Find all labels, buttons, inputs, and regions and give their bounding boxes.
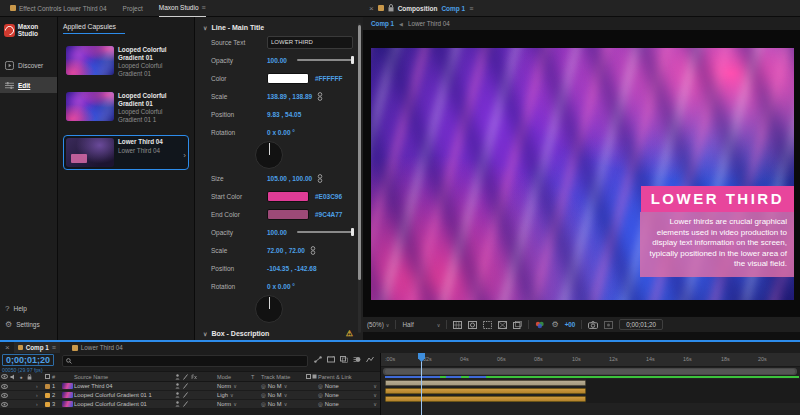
resolution-select[interactable]: Half ∨ [402, 321, 440, 328]
quality-icon[interactable] [183, 383, 188, 389]
close-icon[interactable]: × [369, 4, 374, 13]
rotation-dial[interactable] [255, 295, 283, 323]
eye-icon[interactable] [1, 374, 8, 379]
link-icon[interactable] [317, 174, 323, 183]
sidebar-item-edit[interactable]: Edit [0, 77, 57, 93]
parent-select[interactable]: ◎None∨ [318, 401, 380, 407]
position-value[interactable]: -104.35 , -142.68 [267, 265, 317, 272]
eye-icon[interactable] [1, 393, 8, 398]
pickwhip-icon[interactable]: ◎ [318, 401, 323, 407]
exposure-value[interactable]: +00 [565, 321, 576, 328]
rotation-value[interactable]: 0 x 0.00 ° [267, 283, 295, 290]
graph-editor-icon[interactable] [366, 356, 374, 363]
scale-value[interactable]: 72.00 , 72.00 [267, 247, 305, 254]
slider-thumb[interactable] [351, 228, 354, 236]
capsule-item[interactable]: Looped Colorful Gradient 01 Looped Color… [63, 89, 189, 126]
opacity-value[interactable]: 100.00 [267, 57, 287, 64]
eye-icon[interactable] [1, 402, 8, 407]
snapshot-camera-icon[interactable] [588, 321, 598, 329]
label-color[interactable] [45, 384, 50, 389]
draft-3d-icon[interactable] [327, 356, 335, 363]
panel-menu-icon[interactable]: ≡ [52, 344, 56, 351]
pickwhip-icon[interactable]: ◎ [318, 383, 323, 389]
timeline-tab-layer[interactable]: Lower Third 04 [72, 344, 123, 351]
label-color[interactable] [45, 402, 50, 407]
collapse-icon[interactable] [175, 392, 180, 398]
work-area-bar[interactable] [383, 368, 797, 375]
motion-blur-icon[interactable] [353, 356, 361, 363]
audio-icon[interactable] [10, 374, 16, 380]
layer-row[interactable]: › 2 Looped Colorful Gradient 01 1 Ligh∨ … [0, 391, 380, 400]
rotation-dial[interactable] [255, 141, 283, 169]
preserve-transparency-column[interactable]: T [251, 374, 261, 380]
sidebar-item-help[interactable]: ? Help [0, 300, 57, 316]
color-swatch[interactable] [267, 73, 309, 84]
quality-icon[interactable] [183, 401, 188, 407]
lock-icon[interactable] [388, 4, 394, 12]
source-text-input[interactable] [267, 36, 353, 49]
parent-link-column[interactable]: Parent & Link [318, 374, 380, 380]
viewer-tab-label[interactable]: Composition [398, 5, 438, 12]
opacity-value[interactable]: 100.00 [267, 229, 287, 236]
grid-guides-icon[interactable] [453, 321, 462, 329]
capsule-item[interactable]: Looped Colorful Gradient 01 Looped Color… [63, 43, 189, 80]
link-icon[interactable] [317, 92, 323, 101]
time-ruler[interactable]: :00s 02s 04s 06s 08s 10s 12s 14s 16s 18s… [381, 353, 800, 367]
solo-icon[interactable]: ● [17, 374, 25, 380]
layer-duration-bar[interactable] [385, 396, 586, 402]
opacity-slider[interactable] [297, 231, 353, 233]
chevron-right-icon[interactable]: › [36, 383, 43, 389]
scrollbar-thumb[interactable] [358, 25, 361, 280]
index-column[interactable]: # [52, 374, 61, 380]
chevron-right-icon[interactable]: › [36, 392, 43, 398]
chevron-right-icon[interactable]: › [183, 151, 186, 160]
magnification-select[interactable]: (50%) ∨ [367, 321, 389, 328]
playhead-line[interactable] [421, 353, 422, 415]
sidebar-item-settings[interactable]: ⚙ Settings [0, 316, 57, 332]
pixel-aspect-icon[interactable] [513, 321, 522, 329]
mode-select[interactable]: Ligh∨ [217, 392, 251, 398]
label-color-icon[interactable] [45, 374, 50, 379]
layer-duration-bar[interactable] [385, 388, 586, 394]
slider-thumb[interactable] [351, 56, 354, 64]
mode-select[interactable]: Norm∨ [217, 383, 251, 389]
opacity-slider[interactable] [297, 59, 353, 61]
scale-value[interactable]: 138.89 , 138.89 [267, 93, 312, 100]
breadcrumb-comp[interactable]: Comp 1 [371, 20, 394, 27]
track-matte-select[interactable]: ◎No M∨ [261, 383, 305, 389]
track-matte-select[interactable]: ◎No M∨ [261, 401, 305, 407]
show-snapshot-icon[interactable] [604, 321, 613, 329]
mask-visibility-icon[interactable] [468, 321, 477, 329]
tab-project[interactable]: Project [123, 0, 143, 16]
label-color[interactable] [45, 393, 50, 398]
transparency-grid-icon[interactable] [498, 321, 507, 329]
capsule-item-selected[interactable]: Lower Third 04 Lower Third 04 › [63, 135, 189, 170]
pickwhip-icon[interactable]: ◎ [318, 392, 323, 398]
timeline-search-input[interactable] [62, 355, 308, 367]
section-box-description[interactable]: ∨ Box - Description ⚠ [203, 327, 353, 339]
composition-flowchart-icon[interactable] [314, 356, 322, 363]
parent-select[interactable]: ◎None∨ [318, 383, 380, 389]
lock-icon[interactable] [27, 374, 32, 380]
timeline-track-area[interactable]: :00s 02s 04s 06s 08s 10s 12s 14s 16s 18s… [380, 353, 800, 415]
size-value[interactable]: 105.00 , 100.00 [267, 175, 312, 182]
link-icon[interactable] [310, 246, 316, 255]
collapse-icon[interactable] [175, 383, 180, 389]
exposure-gear-icon[interactable]: ⚙ [551, 320, 558, 329]
modes-column-icon[interactable] [312, 374, 317, 379]
layer-name[interactable]: Lower Third 04 [74, 383, 173, 389]
panel-menu-icon[interactable]: ≡ [202, 4, 206, 11]
end-color-swatch[interactable] [267, 209, 309, 220]
channel-icon[interactable] [535, 321, 545, 329]
timeline-tab-comp[interactable]: Comp 1 ≡ [14, 342, 60, 353]
layer-row[interactable]: › 1 Lower Third 04 Norm∨ ◎No M∨ ◎None∨ [0, 382, 380, 391]
layer-row[interactable]: › 3 Looped Colorful Gradient 01 Norm∨ ◎N… [0, 400, 380, 409]
rotation-value[interactable]: 0 x 0.00 ° [267, 129, 295, 136]
layer-duration-bar[interactable] [385, 380, 586, 386]
viewer-tab-comp-name[interactable]: Comp 1 [441, 5, 465, 12]
source-name-column[interactable]: Source Name [74, 374, 173, 380]
pickwhip-icon[interactable]: ◎ [261, 392, 266, 398]
section-line-main-title[interactable]: ∨ Line - Main Title [203, 21, 353, 33]
region-of-interest-icon[interactable] [483, 321, 492, 329]
current-time-display[interactable]: 0;00;01;20 [2, 354, 54, 366]
